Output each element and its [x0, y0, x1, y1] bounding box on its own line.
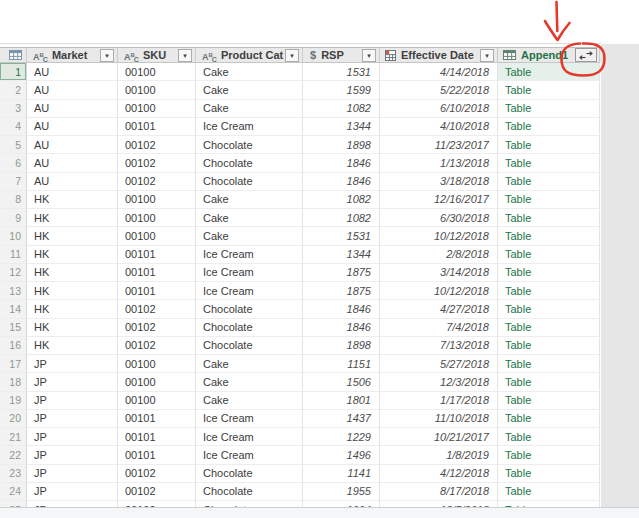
cell-market[interactable]: JP — [27, 410, 118, 428]
cell-append1[interactable]: Table — [498, 428, 600, 446]
cell-sku[interactable]: 00100 — [118, 81, 196, 99]
row-number[interactable]: 2 — [0, 81, 27, 99]
cell-append1[interactable]: Table — [498, 246, 600, 264]
cell-append1[interactable]: Table — [498, 136, 600, 154]
cell-product-cat[interactable]: Cake — [196, 81, 303, 99]
row-number[interactable]: 4 — [0, 118, 27, 136]
date-type-icon[interactable] — [385, 50, 396, 61]
column-header-append1[interactable]: Append1 — [498, 48, 600, 63]
cell-sku[interactable]: 00101 — [118, 118, 196, 136]
cell-sku[interactable]: 00100 — [118, 100, 196, 118]
table-link[interactable]: Table — [505, 376, 531, 388]
row-number[interactable]: 9 — [0, 209, 27, 227]
cell-market[interactable]: HK — [27, 282, 118, 300]
row-number[interactable]: 23 — [0, 465, 27, 483]
cell-market[interactable]: JP — [27, 392, 118, 410]
cell-market[interactable]: HK — [27, 209, 118, 227]
cell-append1[interactable]: Table — [498, 300, 600, 318]
text-type-icon[interactable]: ABC — [124, 48, 139, 63]
table-link[interactable]: Table — [505, 266, 531, 278]
cell-product-cat[interactable]: Ice Cream — [196, 446, 303, 464]
cell-sku[interactable]: 00102 — [118, 483, 196, 501]
cell-append1[interactable]: Table — [498, 282, 600, 300]
cell-rsp[interactable]: 1141 — [303, 465, 380, 483]
cell-sku[interactable]: 00100 — [118, 191, 196, 209]
column-header-product-cat[interactable]: ABC Product Cat ▾ — [196, 48, 303, 63]
cell-append1[interactable]: Table — [498, 410, 600, 428]
table-link[interactable]: Table — [505, 431, 531, 443]
cell-rsp[interactable]: 1344 — [303, 246, 380, 264]
currency-type-icon[interactable]: $ — [310, 49, 316, 61]
cell-product-cat[interactable]: Chocolate — [196, 154, 303, 172]
cell-effective-date[interactable]: 12/3/2018 — [380, 373, 498, 391]
cell-product-cat[interactable]: Chocolate — [196, 337, 303, 355]
cell-sku[interactable]: 00100 — [118, 209, 196, 227]
cell-effective-date[interactable]: 7/13/2018 — [380, 337, 498, 355]
cell-effective-date[interactable]: 2/8/2018 — [380, 246, 498, 264]
cell-sku[interactable]: 00102 — [118, 337, 196, 355]
table-link[interactable]: Table — [505, 230, 531, 242]
row-number[interactable]: 1 — [0, 63, 27, 81]
column-header-market[interactable]: ABC Market ▾ — [27, 48, 118, 63]
row-number[interactable]: 6 — [0, 154, 27, 172]
cell-append1[interactable]: Table — [498, 392, 600, 410]
column-header-effective-date[interactable]: Effective Date ▾ — [380, 48, 498, 63]
text-type-icon[interactable]: ABC — [202, 48, 217, 63]
cell-effective-date[interactable]: 10/12/2018 — [380, 282, 498, 300]
cell-append1[interactable]: Table — [498, 209, 600, 227]
cell-append1[interactable]: Table — [498, 227, 600, 245]
cell-rsp[interactable]: 1082 — [303, 191, 380, 209]
table-link[interactable]: Table — [505, 120, 531, 132]
table-link[interactable]: Table — [505, 248, 531, 260]
table-link[interactable]: Table — [505, 358, 531, 370]
cell-effective-date[interactable]: 7/4/2018 — [380, 319, 498, 337]
filter-button-product-cat[interactable]: ▾ — [285, 49, 299, 62]
select-all-corner-button[interactable]: ▾ — [0, 48, 27, 63]
cell-effective-date[interactable]: 4/27/2018 — [380, 300, 498, 318]
cell-effective-date[interactable]: 12/16/2017 — [380, 191, 498, 209]
cell-rsp[interactable]: 1898 — [303, 136, 380, 154]
cell-market[interactable]: HK — [27, 337, 118, 355]
table-link[interactable]: Table — [505, 84, 531, 96]
cell-rsp[interactable]: 1875 — [303, 264, 380, 282]
cell-sku[interactable]: 00101 — [118, 246, 196, 264]
cell-product-cat[interactable]: Chocolate — [196, 136, 303, 154]
cell-sku[interactable]: 00102 — [118, 300, 196, 318]
cell-append1[interactable]: Table — [498, 191, 600, 209]
cell-market[interactable]: AU — [27, 136, 118, 154]
cell-effective-date[interactable]: 6/30/2018 — [380, 209, 498, 227]
row-number[interactable]: 7 — [0, 173, 27, 191]
filter-button-sku[interactable]: ▾ — [178, 49, 192, 62]
cell-market[interactable]: AU — [27, 173, 118, 191]
cell-sku[interactable]: 00101 — [118, 446, 196, 464]
cell-sku[interactable]: 00100 — [118, 355, 196, 373]
cell-product-cat[interactable]: Cake — [196, 373, 303, 391]
table-link[interactable]: Table — [505, 449, 531, 461]
row-number[interactable]: 16 — [0, 337, 27, 355]
row-number[interactable]: 19 — [0, 392, 27, 410]
row-number[interactable]: 5 — [0, 136, 27, 154]
cell-append1[interactable]: Table — [498, 355, 600, 373]
cell-market[interactable]: JP — [27, 483, 118, 501]
cell-product-cat[interactable]: Ice Cream — [196, 118, 303, 136]
table-type-icon[interactable] — [503, 50, 516, 60]
cell-append1[interactable]: Table — [498, 264, 600, 282]
cell-product-cat[interactable]: Cake — [196, 63, 303, 81]
cell-sku[interactable]: 00101 — [118, 410, 196, 428]
cell-rsp[interactable]: 1151 — [303, 355, 380, 373]
cell-product-cat[interactable]: Cake — [196, 392, 303, 410]
cell-market[interactable]: HK — [27, 300, 118, 318]
cell-rsp[interactable]: 1599 — [303, 81, 380, 99]
cell-market[interactable]: HK — [27, 319, 118, 337]
text-type-icon[interactable]: ABC — [33, 48, 48, 63]
cell-product-cat[interactable]: Cake — [196, 191, 303, 209]
cell-append1[interactable]: Table — [498, 337, 600, 355]
cell-append1[interactable]: Table — [498, 81, 600, 99]
filter-button-effective-date[interactable]: ▾ — [480, 49, 494, 62]
cell-append1[interactable]: Table — [498, 373, 600, 391]
table-link[interactable]: Table — [505, 339, 531, 351]
cell-effective-date[interactable]: 4/10/2018 — [380, 118, 498, 136]
row-number[interactable]: 8 — [0, 191, 27, 209]
bottom-scrollbar-strip[interactable] — [0, 507, 639, 518]
cell-append1[interactable]: Table — [498, 63, 600, 81]
